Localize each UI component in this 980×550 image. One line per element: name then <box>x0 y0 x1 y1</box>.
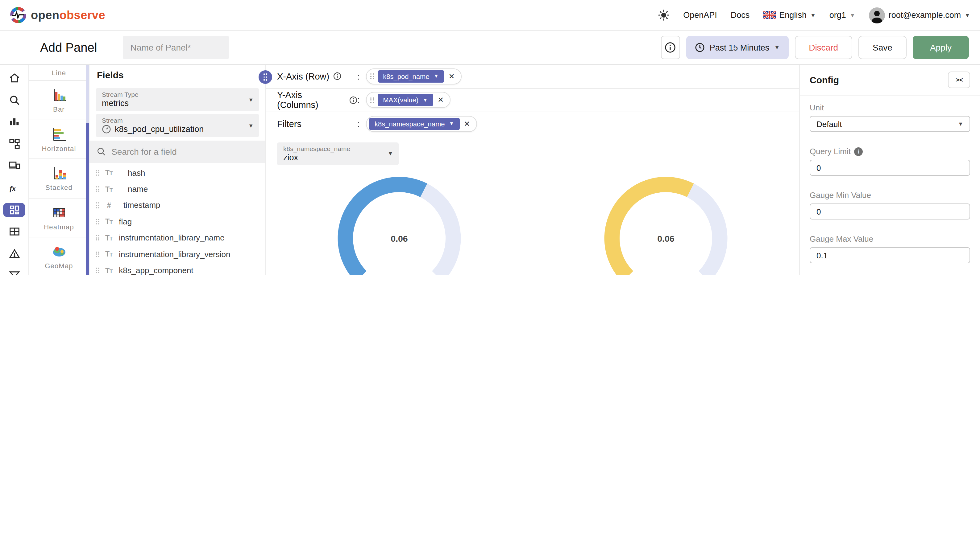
sidebar-item-pipelines[interactable] <box>3 137 25 151</box>
panel-name-input[interactable] <box>123 36 229 59</box>
y-axis-field-dropdown[interactable]: MAX(value)▼ <box>377 94 433 106</box>
stream-select[interactable]: Stream k8s_pod_cpu_utilization ▼ <box>95 114 259 137</box>
apply-button[interactable]: Apply <box>913 36 969 59</box>
field-item-instrumentation_library_name[interactable]: TTinstrumentation_library_name <box>89 230 266 246</box>
chart-type-geomap[interactable]: GeoMap <box>29 238 89 275</box>
filters-label: Filters <box>277 119 301 129</box>
info-icon <box>349 96 357 104</box>
sidebar-item-home[interactable] <box>3 71 25 85</box>
nav-openapi-link[interactable]: OpenAPI <box>683 11 717 20</box>
panel-info-button[interactable] <box>661 36 680 59</box>
chart-type-bar[interactable]: Bar <box>29 81 89 120</box>
drag-dots-icon <box>95 268 99 273</box>
sidebar-item-search[interactable] <box>3 93 25 107</box>
drag-dots-icon[interactable] <box>370 97 374 103</box>
config-title: Config <box>810 74 839 85</box>
chevron-down-icon: ▼ <box>810 12 816 18</box>
gauge-2: 0.06ingress-nginx-controller-7bdb58cd5-d… <box>533 170 799 275</box>
sidebar-item-rum[interactable] <box>3 159 25 173</box>
chevron-down-icon: ▼ <box>774 44 780 51</box>
sidebar-item-filters[interactable] <box>3 268 25 275</box>
text-type-icon: TT <box>105 234 113 242</box>
org-selector[interactable]: org1 ▼ <box>829 11 855 20</box>
unit-label: Unit <box>810 103 970 112</box>
field-list: TT__hash__TT__name__#_timestampTTflagTTi… <box>89 163 266 275</box>
chart-type-stacked[interactable]: Stacked <box>29 159 89 198</box>
config-collapse-button[interactable]: > < <box>948 71 970 88</box>
chart-type-heatmap[interactable]: Heatmap <box>29 198 89 238</box>
x-axis-row: X-Axis (Row) : k8s_pod_name▼ ✕ <box>266 65 799 89</box>
field-search-input[interactable] <box>111 147 258 157</box>
chevron-down-icon: ▼ <box>964 12 970 18</box>
filters-row: Filters : k8s_namespace_name▼ ✕ <box>266 112 799 136</box>
field-item-__name__[interactable]: TT__name__ <box>89 181 266 197</box>
sidebar-item-streams[interactable] <box>3 224 25 239</box>
svg-text:fx: fx <box>9 184 16 192</box>
chart-type-list: LineBarHorizontalStackedHeatmapGeoMapH-S… <box>29 65 89 275</box>
chevron-down-icon: ▼ <box>248 122 254 128</box>
gauge-1: 0.06ingress-nginx-controller-7bdb58cd5-q… <box>266 170 533 275</box>
save-button[interactable]: Save <box>858 36 907 59</box>
number-type-icon: # <box>107 201 111 209</box>
gauge-min-label: Gauge Min Value <box>810 190 970 200</box>
info-icon <box>333 73 341 81</box>
filter-field-dropdown[interactable]: k8s_namespace_name▼ <box>369 118 460 130</box>
uk-flag-icon <box>763 11 775 19</box>
chevron-down-icon: ▼ <box>958 121 963 127</box>
user-menu[interactable]: root@example.com ▼ <box>869 7 970 23</box>
remove-filter-field-button[interactable]: ✕ <box>464 120 470 128</box>
discard-button[interactable]: Discard <box>795 36 852 59</box>
sidebar-item-logs[interactable] <box>3 115 25 129</box>
stream-type-select[interactable]: Stream Type metrics ▼ <box>95 88 259 111</box>
gauge-chart-area: 0.06ingress-nginx-controller-7bdb58cd5-q… <box>266 170 799 275</box>
x-axis-field-dropdown[interactable]: k8s_pod_name▼ <box>377 70 444 82</box>
x-axis-field-chip: k8s_pod_name▼ ✕ <box>366 68 461 84</box>
page-title: Add Panel <box>40 40 97 55</box>
y-axis-label: Y-Axis (Columns) <box>277 90 345 110</box>
remove-y-axis-field-button[interactable]: ✕ <box>438 96 444 105</box>
panel-drag-handle[interactable] <box>259 70 272 84</box>
gauge-value: 0.06 <box>391 233 407 243</box>
gauge-value: 0.06 <box>657 233 674 243</box>
text-type-icon: TT <box>105 267 113 274</box>
theme-toggle-icon[interactable] <box>658 9 670 21</box>
chart-list-scrollbar[interactable] <box>86 65 89 275</box>
field-search <box>89 141 266 163</box>
chart-list-scrollbar-thumb[interactable] <box>86 123 89 275</box>
unit-select[interactable]: Default ▼ <box>810 116 970 132</box>
field-item-flag[interactable]: TTflag <box>89 213 266 230</box>
info-icon: i <box>854 147 863 156</box>
query-limit-input[interactable] <box>816 163 963 172</box>
panel-editor-main: X-Axis (Row) : k8s_pod_name▼ ✕ Y-Axis (C… <box>266 65 799 275</box>
config-panel: Config > < Unit Default ▼ Query Limiti G… <box>799 65 980 275</box>
gauge-min-input[interactable] <box>816 207 963 216</box>
field-item-instrumentation_library_version[interactable]: TTinstrumentation_library_version <box>89 246 266 262</box>
time-range-selector[interactable]: Past 15 Minutes ▼ <box>686 36 788 59</box>
y-axis-field-chip: MAX(value)▼ ✕ <box>366 92 450 108</box>
gauge-arc: 0.06 <box>595 174 736 275</box>
openobserve-logo[interactable]: openobserve <box>10 7 105 24</box>
gauge-max-input[interactable] <box>816 250 963 260</box>
remove-x-axis-field-button[interactable]: ✕ <box>449 72 455 81</box>
gauge-arc: 0.06 <box>329 174 469 275</box>
field-item-__hash__[interactable]: TT__hash__ <box>89 165 266 181</box>
chevron-down-icon: ▼ <box>449 121 454 127</box>
chart-type-line[interactable]: Line <box>29 65 89 81</box>
drag-dots-icon[interactable] <box>370 73 374 79</box>
namespace-filter-select[interactable]: k8s_namespace_name ziox ▼ <box>277 142 399 165</box>
fields-panel: Fields Stream Type metrics ▼ Stream k8s_… <box>89 65 266 275</box>
field-item-k8s_app_component[interactable]: TTk8s_app_component <box>89 262 266 275</box>
field-item-_timestamp[interactable]: #_timestamp <box>89 197 266 214</box>
language-selector[interactable]: English ▼ <box>763 11 816 20</box>
drag-dots-icon <box>95 219 99 224</box>
nav-docs-link[interactable]: Docs <box>731 11 750 20</box>
sidebar-item-dashboards[interactable] <box>3 203 25 217</box>
bar-chart-icon <box>51 87 67 103</box>
chart-type-horizontal[interactable]: Horizontal <box>29 120 89 159</box>
sidebar-item-functions[interactable]: fx <box>3 181 25 195</box>
sidebar-item-alerts[interactable] <box>3 247 25 261</box>
text-type-icon: TT <box>105 169 113 176</box>
chevron-down-icon: ▼ <box>850 12 855 18</box>
drag-dots-icon <box>95 251 99 257</box>
openobserve-logo-icon <box>10 7 27 24</box>
